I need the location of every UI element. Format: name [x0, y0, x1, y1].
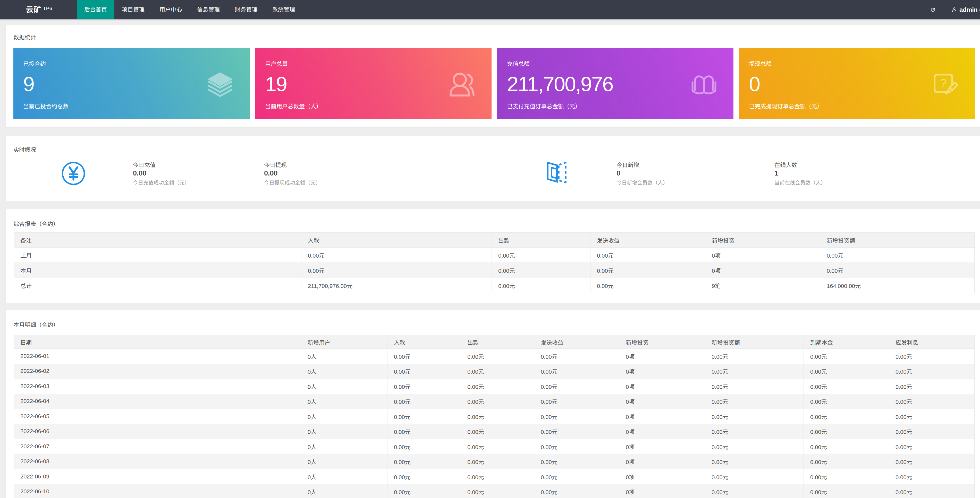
svg-text:?: ?: [940, 77, 947, 90]
